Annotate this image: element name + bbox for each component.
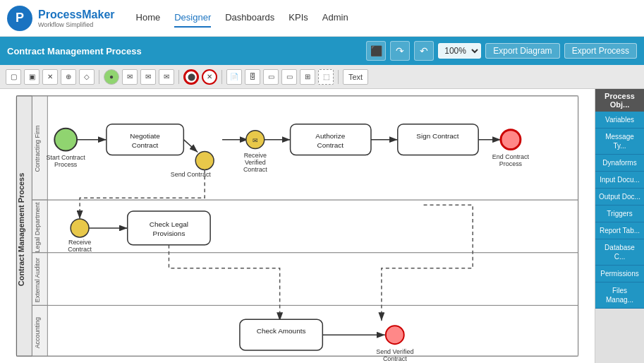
rect-tool[interactable]: ▭ — [263, 69, 279, 85]
panel-report-tables[interactable]: Report Tab... — [595, 222, 644, 239]
zoom-select[interactable]: 100% 75% 125% — [438, 43, 481, 59]
legal-label1: Check Legal — [150, 220, 188, 228]
legal-label2: Provisions — [153, 230, 186, 237]
panel-files[interactable]: Files Manag... — [595, 282, 644, 309]
x-shape-tool[interactable]: ✕ — [42, 69, 58, 85]
send-verified-event[interactable] — [386, 326, 404, 344]
toolbar-title: Contract Management Process — [7, 46, 142, 56]
forward-icon[interactable]: ↷ — [390, 41, 410, 61]
end-label2: Process — [499, 160, 523, 167]
end-circle-tool[interactable]: ⬤ — [183, 69, 199, 85]
diamond-tool[interactable]: ◇ — [79, 69, 95, 85]
doc-tool[interactable]: 📄 — [226, 69, 242, 85]
send-contract-event[interactable] — [195, 152, 214, 170]
negotiate-label2: Contract — [132, 141, 159, 149]
lane-external-auditor: External Auditor — [34, 258, 41, 302]
plus-shape-tool[interactable]: ⊕ — [61, 69, 76, 85]
export-diagram-button[interactable]: Export Diagram — [485, 43, 559, 59]
envelope-tool[interactable]: ✉ — [122, 69, 138, 85]
export-process-button[interactable]: Export Process — [564, 43, 637, 59]
panel-message-types[interactable]: Message Ty... — [595, 129, 644, 155]
logo-area: P ProcessMaker Workflow Simplified — [7, 6, 115, 31]
nav-home[interactable]: Home — [136, 8, 161, 28]
dashed-tool[interactable]: ⬚ — [318, 69, 334, 85]
panel-output-docs[interactable]: Output Doc... — [595, 189, 644, 206]
send-verified-label2: Contract — [383, 355, 407, 362]
divider4 — [338, 70, 339, 84]
sign-label1: Sign Contract — [416, 132, 458, 140]
svg-rect-8 — [32, 253, 578, 306]
panel-input-docs[interactable]: Input Docu... — [595, 172, 644, 189]
text-tool[interactable]: Text — [343, 69, 368, 85]
panel-dynaforms[interactable]: Dynaforms — [595, 155, 644, 172]
diagram-toolbar: Contract Management Process ⬛ ↷ ↶ 100% 7… — [0, 37, 644, 65]
pool-label: Contract Management Process — [17, 173, 25, 286]
panel-database[interactable]: Database C... — [595, 239, 644, 266]
panel-triggers[interactable]: Triggers — [595, 206, 644, 222]
envelope2-tool[interactable]: ✉ — [140, 69, 156, 85]
logo-icon: P — [7, 6, 32, 31]
circle-tool[interactable]: ● — [104, 69, 119, 85]
main-area: Contract Management Process Contracting … — [0, 89, 644, 363]
shape-toolbar: ▢ ▣ ✕ ⊕ ◇ ● ✉ ✉ ✉ ⬤ ✕ 📄 🗄 ▭ ▭ ⊞ ⬚ Text — [0, 65, 644, 89]
amounts-label1: Check Amounts — [257, 327, 306, 335]
start-label2: Process — [54, 161, 78, 168]
end-label1: End Contract — [492, 153, 530, 160]
nav-kpis[interactable]: KPIs — [288, 8, 308, 28]
select-tool[interactable]: ▢ — [6, 69, 21, 85]
rect2-tool[interactable]: ▭ — [281, 69, 297, 85]
rounded-rect-tool[interactable]: ▣ — [24, 69, 40, 85]
envelope3-tool[interactable]: ✉ — [159, 69, 174, 85]
panel-permissions[interactable]: Permissions — [595, 266, 644, 282]
divider1 — [99, 70, 99, 84]
nav-links: Home Designer Dashboards KPIs Admin — [136, 8, 348, 28]
top-navigation: P ProcessMaker Workflow Simplified Home … — [0, 0, 644, 37]
db-tool[interactable]: 🗄 — [245, 69, 260, 85]
auth-label1: Authorize — [315, 132, 345, 140]
lane-accounting: Accounting — [34, 317, 41, 348]
panel-header: Process Obj... — [595, 89, 644, 112]
recv-contract-label2: Contract — [68, 246, 92, 253]
end-event[interactable] — [501, 130, 521, 150]
divider3 — [221, 70, 222, 84]
bpmn-diagram: Contract Management Process Contracting … — [0, 89, 595, 363]
logo-text: ProcessMaker Workflow Simplified — [38, 8, 115, 29]
negotiate-label1: Negotiate — [130, 132, 160, 140]
panel-variables[interactable]: Variables — [595, 112, 644, 129]
split-tool[interactable]: ⊞ — [300, 69, 315, 85]
lane-contracting-firm: Contracting Firm — [34, 126, 41, 172]
send-verified-label1: Send Verified — [376, 348, 413, 355]
bpmn-canvas-container[interactable]: Contract Management Process Contracting … — [0, 89, 595, 363]
brand-name: ProcessMaker — [38, 8, 115, 21]
start-label: Start Contract — [47, 154, 86, 161]
recv-verified-label1: Receive — [244, 152, 267, 159]
start-event[interactable] — [54, 129, 77, 151]
screen-icon[interactable]: ⬛ — [366, 41, 386, 61]
toolbar-right: ⬛ ↷ ↶ 100% 75% 125% Export Diagram Expor… — [366, 41, 637, 61]
end-x-tool[interactable]: ✕ — [202, 69, 217, 85]
nav-admin[interactable]: Admin — [322, 8, 348, 28]
recv-verified-icon: ✉ — [253, 137, 258, 144]
svg-rect-6 — [32, 200, 578, 253]
divider2 — [178, 70, 179, 84]
nav-designer[interactable]: Designer — [174, 8, 211, 28]
recv-verified-label2: Verified — [245, 159, 266, 166]
nav-dashboards[interactable]: Dashboards — [225, 8, 274, 28]
brand-tagline: Workflow Simplified — [38, 21, 115, 29]
right-panel: Process Obj... Variables Message Ty... D… — [595, 89, 644, 363]
lane-legal-dept: Legal Department — [34, 202, 41, 253]
recv-contract-label1: Receive — [68, 239, 91, 246]
auth-label2: Contract — [317, 141, 344, 149]
recv-verified-label3: Contract — [243, 166, 267, 173]
back-icon[interactable]: ↶ — [414, 41, 434, 61]
receive-contract-event[interactable] — [71, 219, 89, 237]
